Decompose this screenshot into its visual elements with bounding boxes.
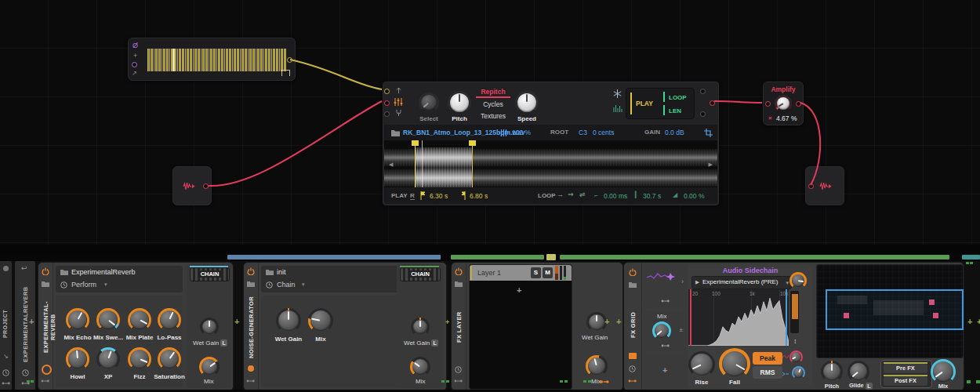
chain-out-icon[interactable] bbox=[246, 379, 255, 383]
knob-saturation[interactable] bbox=[158, 347, 181, 371]
play-button[interactable]: PLAY bbox=[636, 100, 653, 107]
threshold-line[interactable] bbox=[690, 289, 691, 346]
add-modulator-button[interactable]: + bbox=[662, 365, 667, 375]
layer-row[interactable]: Layer 1 S M bbox=[470, 265, 572, 281]
speed-knob[interactable] bbox=[515, 91, 539, 114]
remote-controls-icon[interactable] bbox=[42, 365, 52, 375]
chain-button[interactable]: CHAIN bbox=[190, 267, 230, 281]
chain-out-icon[interactable] bbox=[41, 379, 49, 383]
insert-device-button[interactable]: + bbox=[616, 317, 621, 326]
knob-lo-pass[interactable] bbox=[158, 308, 181, 332]
loop-length[interactable]: 30.7 s bbox=[643, 193, 661, 200]
chain-wet-gain-knob[interactable] bbox=[200, 318, 219, 336]
knob-mix-plate[interactable] bbox=[128, 308, 151, 332]
chain-mix-knob[interactable] bbox=[410, 357, 430, 377]
remote-controls-icon[interactable] bbox=[248, 365, 254, 372]
overview-bar-noise[interactable] bbox=[227, 255, 441, 260]
device-experimental-reverb[interactable]: EXPERIMENTAL-REVERB ExperimentalReverb P… bbox=[38, 262, 234, 391]
expand-chevron[interactable]: › bbox=[681, 278, 684, 285]
device-titlebar[interactable]: FX GRID bbox=[624, 263, 642, 390]
power-icon[interactable] bbox=[42, 267, 49, 275]
overview-marker[interactable] bbox=[546, 254, 556, 260]
chain-out-icon[interactable] bbox=[454, 379, 463, 383]
patch-thumbnail-cell[interactable]: › bbox=[644, 264, 687, 308]
amplify-knob[interactable] bbox=[775, 95, 792, 112]
out-port-2[interactable] bbox=[710, 100, 715, 106]
sidechain-gain-knob[interactable] bbox=[789, 272, 807, 289]
grid-minimap[interactable] bbox=[816, 264, 964, 358]
tune-value[interactable]: 0 cents bbox=[593, 129, 614, 136]
len-button[interactable]: LEN bbox=[669, 108, 681, 114]
grid-mix-knob-main[interactable] bbox=[931, 359, 956, 384]
power-icon[interactable] bbox=[455, 267, 463, 275]
preset-name[interactable]: ExperimentalReverb bbox=[71, 269, 136, 276]
folder-icon[interactable] bbox=[391, 129, 400, 136]
knob-fizz[interactable] bbox=[128, 347, 151, 371]
waveform-display[interactable]: ◀ ▶ bbox=[384, 140, 717, 187]
mute-button[interactable]: M bbox=[543, 267, 553, 278]
mix-knob[interactable] bbox=[586, 355, 608, 377]
mode-cycles[interactable]: Cycles bbox=[471, 101, 515, 108]
selection-end-handle[interactable] bbox=[469, 140, 476, 146]
post-fx-button[interactable]: Post FX bbox=[884, 376, 927, 386]
device-titlebar[interactable]: FX LAYER bbox=[452, 263, 466, 390]
device-fx-layer[interactable]: FX LAYER Layer 1 S M + Wet bbox=[451, 262, 623, 391]
module-port[interactable] bbox=[132, 62, 137, 67]
overview-bar-end[interactable] bbox=[962, 255, 980, 260]
expand-icon[interactable]: ↗ bbox=[132, 71, 137, 77]
audio-in-out-port[interactable] bbox=[203, 183, 209, 189]
rms-button[interactable]: RMS bbox=[753, 366, 782, 379]
gain-value[interactable]: 0.0 dB bbox=[665, 129, 684, 136]
selection-start-handle[interactable] bbox=[412, 140, 419, 146]
device-titlebar[interactable]: NOISE-GENERATOR bbox=[244, 263, 259, 390]
knob-xp[interactable] bbox=[96, 347, 120, 371]
select-knob[interactable] bbox=[419, 93, 439, 113]
insert-device-button[interactable]: + bbox=[967, 317, 972, 326]
insert-device-button[interactable]: + bbox=[977, 317, 980, 326]
grid-canvas[interactable]: Ø + ↗ bbox=[0, 0, 980, 252]
folder-icon[interactable] bbox=[629, 281, 637, 288]
preset-name[interactable]: init bbox=[277, 269, 286, 276]
editor-open-icon[interactable] bbox=[629, 353, 637, 359]
overview-bar-layer[interactable] bbox=[451, 255, 544, 260]
harmonics-icon[interactable] bbox=[613, 104, 622, 113]
out-port-1[interactable] bbox=[700, 89, 706, 94]
gain-in-port[interactable] bbox=[384, 100, 390, 106]
knob-mix-sweep[interactable] bbox=[96, 308, 120, 332]
hf-limit-line[interactable] bbox=[786, 289, 787, 346]
mode-repitch[interactable]: Repitch bbox=[471, 89, 515, 96]
freeze-icon[interactable] bbox=[613, 89, 622, 98]
pre-fx-button[interactable]: Pre FX bbox=[884, 364, 927, 373]
loop-mode-pingpong-icon[interactable]: ⇌ bbox=[579, 191, 586, 198]
add-layer-button[interactable]: + bbox=[517, 285, 521, 295]
chain-button[interactable]: CHAIN bbox=[400, 267, 441, 281]
device-noise-generator[interactable]: NOISE-GENERATOR init Chain ▾ Wet Gain Mi… bbox=[243, 262, 447, 391]
loop-mode-forward-icon[interactable]: ⇒ bbox=[568, 191, 574, 198]
mode-selector[interactable]: Perform bbox=[71, 281, 96, 289]
start-time[interactable]: 6.30 s bbox=[430, 193, 448, 200]
insert-device-button[interactable]: + bbox=[604, 317, 609, 326]
device-fx-grid[interactable]: FX GRID › Mix ± + bbox=[623, 262, 964, 391]
amplify-in-port[interactable] bbox=[765, 101, 771, 107]
amplify-module[interactable]: Amplify × 4.67 % bbox=[763, 82, 804, 125]
overview-bar-grid[interactable] bbox=[560, 255, 949, 260]
wet-gain-knob[interactable] bbox=[276, 308, 301, 333]
audio-in-module[interactable] bbox=[172, 166, 212, 205]
sampler-module[interactable]: Select Pitch Repitch Cycles Textures Spe… bbox=[383, 82, 719, 205]
loop-offset[interactable]: 0.00 ms bbox=[604, 193, 627, 200]
stretch-value[interactable]: 100 % bbox=[512, 129, 531, 136]
folder-icon[interactable] bbox=[455, 281, 463, 287]
end-time[interactable]: 6.80 s bbox=[470, 193, 488, 200]
sample-out-port[interactable] bbox=[287, 57, 292, 63]
power-icon[interactable] bbox=[247, 267, 255, 275]
mod-x-icon[interactable]: × bbox=[768, 115, 772, 122]
crossfade-value[interactable]: 0.00 % bbox=[684, 193, 704, 200]
layer-list[interactable]: Layer 1 S M + bbox=[469, 264, 572, 390]
selection-end-line[interactable] bbox=[472, 140, 473, 187]
mod-amount-knob-2[interactable] bbox=[792, 366, 805, 379]
add-modulator-cell[interactable]: + bbox=[644, 354, 687, 388]
rise-knob[interactable] bbox=[688, 351, 715, 378]
pitch-knob[interactable] bbox=[821, 361, 843, 383]
knob-howl[interactable] bbox=[66, 347, 89, 371]
insert-device-button[interactable]: + bbox=[29, 317, 34, 326]
